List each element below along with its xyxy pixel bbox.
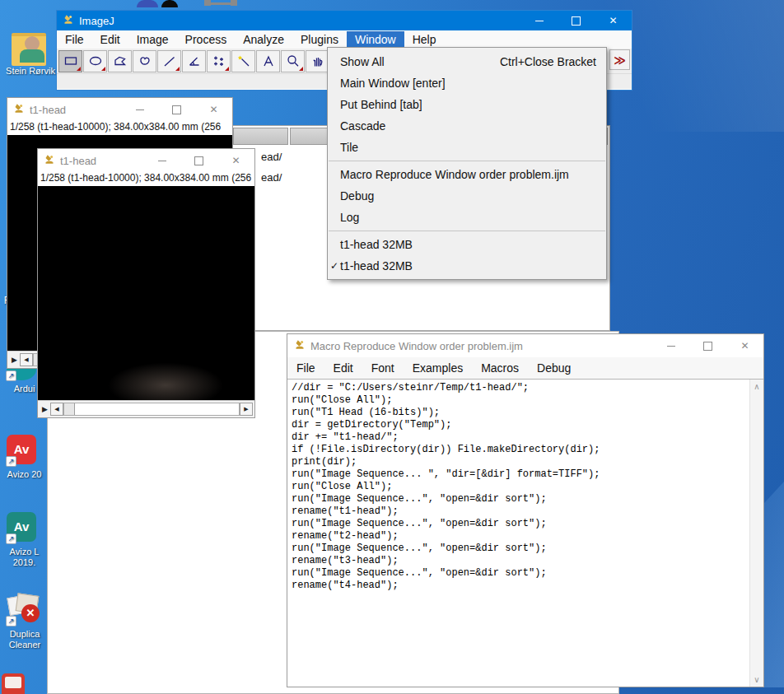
tool-angle[interactable]	[182, 50, 206, 72]
scroll-down-icon[interactable]: ∨	[750, 675, 763, 684]
editor-scrollbar[interactable]: ∧ ∨	[749, 380, 763, 687]
title-bar: t1-head ✕	[38, 149, 254, 172]
menu-edit[interactable]: Edit	[92, 31, 128, 48]
scroll-right-button[interactable]: ▶	[240, 403, 253, 416]
tool-point[interactable]	[207, 50, 231, 72]
menu-item-t1-head-2[interactable]: ✓ t1-head 32MB	[328, 255, 606, 277]
window-title: t1-head	[60, 155, 96, 167]
menu-macros[interactable]: Macros	[472, 360, 528, 376]
code-line: run("T1 Head (16-bits)");	[287, 407, 749, 419]
menu-item-tile[interactable]: Tile	[328, 137, 606, 158]
menu-item-show-all[interactable]: Show All Ctrl+Close Bracket	[328, 51, 606, 72]
imagej-logo-icon	[14, 102, 24, 118]
menu-item-debug[interactable]: Debug	[328, 185, 606, 207]
image-status-line: 1/258 (t1-head-10000); 384.00x384.00 mm …	[7, 121, 232, 135]
menu-file[interactable]: File	[287, 360, 324, 376]
menu-item-t1-head-1[interactable]: t1-head 32MB	[328, 234, 606, 255]
close-button[interactable]: ✕	[217, 149, 254, 172]
menu-file[interactable]: File	[57, 31, 92, 48]
minimize-button[interactable]	[121, 98, 158, 121]
menu-item-log[interactable]: Log	[328, 207, 606, 228]
desktop-icon-label: Duplica	[2, 629, 48, 639]
peek-icon-blue	[137, 0, 158, 7]
menu-plugins[interactable]: Plugins	[292, 31, 347, 48]
macro-editor-window[interactable]: Macro Reproduce Window order problem.ijm…	[287, 333, 764, 687]
maximize-button[interactable]	[158, 98, 195, 121]
code-line: //dir = "C:/Users/steinr/Temp/t1-head/";	[287, 382, 749, 394]
imagej-logo-icon	[63, 13, 73, 29]
menu-analyze[interactable]: Analyze	[235, 31, 292, 48]
shortcut-arrow-icon: ↗	[6, 616, 16, 626]
code-line: run("Image Sequence...", "open=&dir sort…	[287, 567, 749, 580]
window-title: t1-head	[30, 104, 66, 116]
code-line: rename("t3-head");	[287, 555, 749, 567]
desktop: Stein Rørvik R ↗ Ardui Av ↗ Avizo 20 Av …	[0, 0, 784, 694]
t1-head-window-front[interactable]: t1-head ✕ 1/258 (t1-head-10000); 384.00x…	[37, 148, 255, 418]
title-bar: Macro Reproduce Window order problem.ijm…	[287, 334, 763, 357]
minimize-button[interactable]	[652, 334, 689, 357]
code-line: rename("t1-head");	[287, 505, 749, 518]
submenu-triangle-icon	[101, 67, 105, 71]
play-icon[interactable]: ▶	[40, 402, 50, 417]
submenu-triangle-icon	[175, 67, 180, 71]
window-menu-dropdown: Show All Ctrl+Close Bracket Main Window …	[327, 47, 607, 280]
code-line: dir = getDirectory("Temp");	[287, 419, 749, 431]
tool-zoom[interactable]	[281, 50, 305, 72]
submenu-triangle-icon	[225, 67, 229, 71]
menu-item-cascade[interactable]: Cascade	[328, 115, 606, 137]
desktop-icon-label: Stein Rørvik	[5, 66, 56, 76]
menu-debug[interactable]: Debug	[528, 360, 580, 376]
play-icon[interactable]: ▶	[9, 352, 20, 367]
scrollbar-track[interactable]	[63, 403, 240, 416]
code-line: rename("t2-head");	[287, 530, 749, 543]
maximize-button[interactable]	[689, 334, 726, 357]
menu-process[interactable]: Process	[177, 31, 236, 48]
close-button[interactable]: ✕	[195, 98, 232, 121]
code-line: dir += "t1-head/";	[287, 431, 749, 444]
macro-code-editor[interactable]: //dir = "C:/Users/steinr/Temp/t1-head/";…	[287, 379, 763, 687]
mri-head-hint	[103, 361, 229, 400]
image-status-line: 1/258 (t1-head-10000); 384.00x384.00 mm …	[38, 172, 254, 186]
minimize-button[interactable]	[143, 149, 180, 172]
shortcut-arrow-icon: ↗	[6, 456, 16, 467]
maximize-button[interactable]	[180, 149, 217, 172]
menu-font[interactable]: Font	[362, 360, 404, 376]
stack-scrollbar[interactable]: ▶ ◀ ▶	[38, 400, 254, 417]
log-line: ead/	[261, 171, 282, 184]
tool-freehand[interactable]	[133, 50, 156, 72]
title-bar: ImageJ ✕	[57, 11, 632, 30]
submenu-triangle-icon	[77, 67, 81, 71]
window-title: Macro Reproduce Window order problem.ijm	[310, 340, 523, 352]
menu-item-put-behind[interactable]: Put Behind [tab]	[328, 94, 606, 115]
menu-examples[interactable]: Examples	[404, 360, 472, 376]
menu-help[interactable]: Help	[404, 31, 445, 48]
menu-item-main-window[interactable]: Main Window [enter]	[328, 72, 606, 94]
scrollbar-thumb[interactable]	[64, 403, 75, 415]
menu-window[interactable]: Window	[347, 31, 404, 48]
image-canvas[interactable]	[38, 186, 254, 400]
peek-icon-black	[161, 0, 178, 7]
imagej-logo-icon	[44, 153, 54, 169]
scroll-left-button[interactable]: ◀	[20, 353, 33, 366]
menu-item-macro-file[interactable]: Macro Reproduce Window order problem.ijm	[328, 164, 606, 185]
tool-text[interactable]	[256, 50, 280, 72]
tool-line[interactable]	[157, 50, 181, 72]
menu-image[interactable]: Image	[128, 31, 177, 48]
checkmark-icon: ✓	[330, 255, 338, 277]
code-line: run("Image Sequence...", "open=&dir sort…	[287, 543, 749, 555]
menu-edit[interactable]: Edit	[324, 360, 362, 376]
toolbar-overflow-button[interactable]: ≫	[609, 49, 630, 70]
code-line: run("Close All");	[287, 481, 749, 493]
tool-rectangle[interactable]	[58, 50, 82, 72]
maximize-button[interactable]	[558, 11, 595, 30]
tool-oval[interactable]	[83, 50, 107, 72]
tool-hand[interactable]	[306, 50, 329, 72]
tool-polygon[interactable]	[108, 50, 132, 72]
scroll-up-icon[interactable]: ∧	[750, 382, 763, 391]
close-button[interactable]: ✕	[595, 11, 632, 30]
desktop-icon-red-partial[interactable]	[2, 673, 25, 694]
scroll-left-button[interactable]: ◀	[50, 403, 63, 416]
minimize-button[interactable]	[520, 11, 558, 30]
close-button[interactable]: ✕	[726, 334, 763, 357]
tool-wand[interactable]	[231, 50, 255, 72]
